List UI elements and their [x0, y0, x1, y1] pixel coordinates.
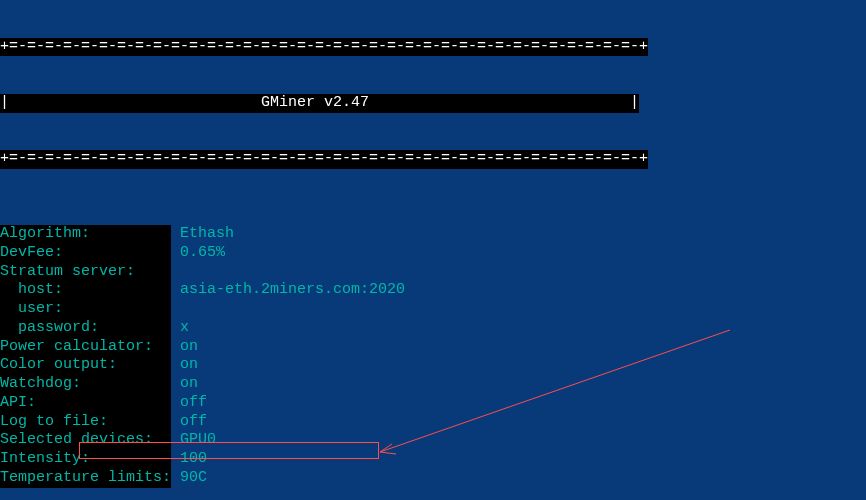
config-label: user:	[0, 300, 171, 319]
config-label: Temperature limits:	[0, 469, 171, 488]
config-label: Color output:	[0, 356, 171, 375]
config-label: Stratum server:	[0, 263, 171, 282]
header-border-bot: +=-=-=-=-=-=-=-=-=-=-=-=-=-=-=-=-=-=-=-=…	[0, 150, 648, 169]
config-value: 0.65%	[171, 244, 225, 263]
config-label: Log to file:	[0, 413, 171, 432]
config-value: on	[171, 338, 198, 357]
config-value: on	[171, 375, 198, 394]
header-title: | GMiner v2.47 |	[0, 94, 639, 113]
config-value: 90C	[171, 469, 207, 488]
config-label: DevFee:	[0, 244, 171, 263]
config-label: password:	[0, 319, 171, 338]
header-border-top: +=-=-=-=-=-=-=-=-=-=-=-=-=-=-=-=-=-=-=-=…	[0, 38, 648, 57]
terminal-output: +=-=-=-=-=-=-=-=-=-=-=-=-=-=-=-=-=-=-=-=…	[0, 0, 866, 500]
config-value: off	[171, 413, 207, 432]
config-value: asia-eth.2miners.com:2020	[171, 281, 405, 300]
config-label: Algorithm:	[0, 225, 171, 244]
config-value: GPU0	[171, 431, 216, 450]
config-value: on	[171, 356, 198, 375]
config-block: Algorithm: EthashDevFee: 0.65%Stratum se…	[0, 225, 866, 488]
config-label: Watchdog:	[0, 375, 171, 394]
config-label: host:	[0, 281, 171, 300]
config-label: Power calculator:	[0, 338, 171, 357]
config-value: Ethash	[171, 225, 234, 244]
config-value: 100	[171, 450, 207, 469]
config-label: Intensity:	[0, 450, 171, 469]
config-value: x	[171, 319, 189, 338]
config-value	[171, 300, 180, 319]
config-value: off	[171, 394, 207, 413]
config-label: API:	[0, 394, 171, 413]
config-label: Selected devices:	[0, 431, 171, 450]
